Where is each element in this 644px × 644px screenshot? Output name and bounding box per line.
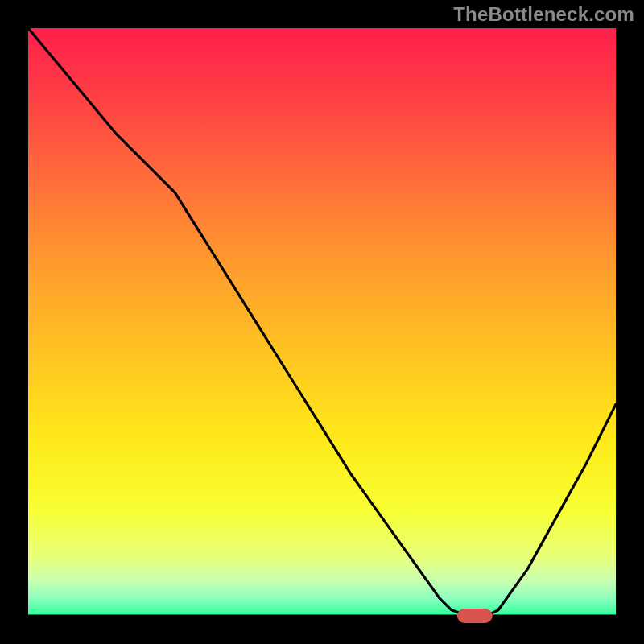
plot-background [28, 28, 616, 616]
bottleneck-chart [0, 0, 644, 644]
chart-frame: TheBottleneck.com [0, 0, 644, 644]
watermark-text: TheBottleneck.com [453, 3, 634, 26]
optimal-zone-marker [457, 609, 493, 623]
